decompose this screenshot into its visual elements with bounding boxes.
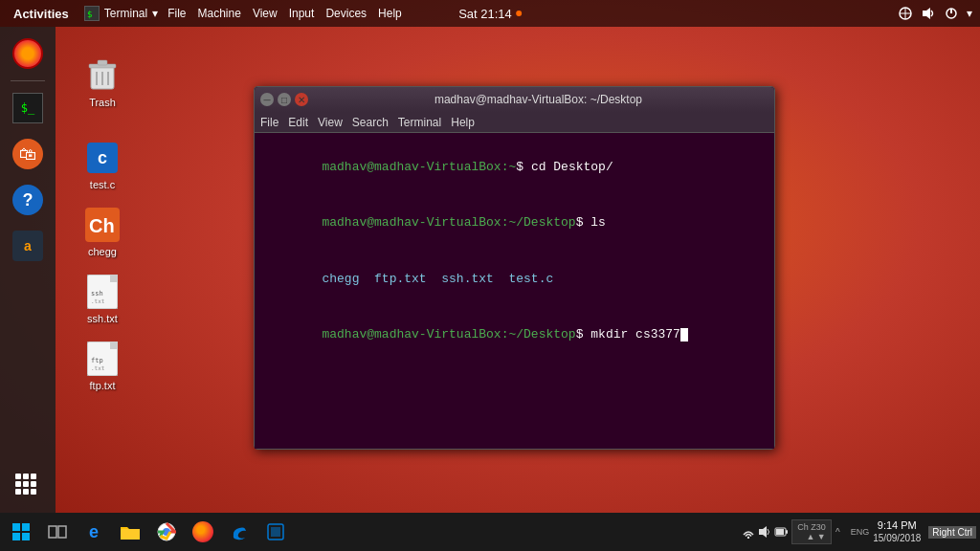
apps-grid-icon [12, 471, 43, 501]
tmenu-search[interactable]: Search [352, 116, 389, 129]
maximize-button[interactable]: □ [278, 93, 291, 106]
desktop-icon-ftp[interactable]: ftp .txt ftp.txt [69, 340, 136, 391]
appstore-icon: 🛍 [12, 139, 43, 169]
clock-date: 15/09/2018 [873, 533, 921, 544]
ssh-icon: ssh .txt [83, 273, 122, 311]
clock-time: 9:14 PM [878, 519, 917, 532]
svg-rect-27 [22, 523, 30, 531]
prompt-path-2: :~/Desktop [501, 215, 576, 230]
volume-taskbar-icon [758, 525, 771, 539]
tray-arrow-icon: ^ [835, 526, 847, 538]
svg-rect-10 [98, 60, 107, 65]
svg-text:ssh: ssh [91, 290, 103, 298]
notification-dot [516, 11, 522, 16]
terminal-body[interactable]: madhav@madhav-VirtualBox:~$ cd Desktop/ … [255, 133, 774, 449]
svg-rect-29 [22, 533, 30, 540]
clock-ch-cn: Ch Z30 [797, 522, 826, 532]
menu-file[interactable]: File [167, 7, 186, 20]
desktop-icon-chegg[interactable]: Ch chegg [69, 206, 136, 257]
menu-help[interactable]: Help [378, 7, 402, 20]
menu-devices[interactable]: Devices [325, 7, 367, 20]
start-button[interactable] [4, 515, 38, 549]
tmenu-view[interactable]: View [318, 116, 343, 129]
battery-icon [774, 525, 788, 539]
firefox-task-button[interactable] [186, 515, 220, 549]
taskbar: e [0, 513, 980, 551]
prompt-user-2: madhav@madhav-VirtualBox [322, 215, 501, 230]
terminal-line-4: madhav@madhav-VirtualBox:~/Desktop$ mkdi… [262, 307, 767, 364]
svg-text:^: ^ [835, 527, 840, 538]
menu-view[interactable]: View [253, 7, 278, 20]
menu-input[interactable]: Input [289, 7, 315, 20]
tmenu-terminal[interactable]: Terminal [398, 116, 441, 129]
svg-rect-23 [110, 342, 118, 349]
chrome-icon [157, 522, 176, 541]
topbar-left: Activities $ Terminal ▾ File Machine Vie… [8, 5, 402, 23]
task-view-button[interactable] [40, 515, 75, 549]
right-ctrl-label: Right Ctrl [928, 526, 976, 539]
folder-icon [120, 522, 141, 541]
cmd-3: mkdir cs3377 [590, 327, 680, 342]
launcher-help[interactable]: ? [7, 179, 49, 221]
cmd-1: cd Desktop/ [531, 160, 613, 174]
tray-icons: ^ [835, 526, 847, 538]
testc-icon: c [83, 139, 122, 177]
topbar: Activities $ Terminal ▾ File Machine Vie… [0, 0, 980, 27]
cursor [680, 328, 688, 342]
systray [742, 525, 788, 539]
clock-digits: ▲ ▼ [797, 532, 826, 541]
topbar-dropdown[interactable]: ▾ [967, 7, 972, 20]
terminal-line-1: madhav@madhav-VirtualBox:~$ cd Desktop/ [262, 139, 767, 195]
launcher-amazon[interactable]: a [7, 225, 49, 267]
launcher: $_ 🛍 ? a [0, 27, 56, 513]
svg-marker-38 [759, 526, 767, 538]
launcher-appstore[interactable]: 🛍 [7, 133, 49, 175]
explorer-button[interactable] [113, 515, 147, 549]
trash-icon [83, 56, 122, 95]
ie-button[interactable]: e [77, 515, 111, 549]
desktop-icon-trash[interactable]: Trash [69, 56, 136, 108]
edge-button[interactable] [222, 515, 256, 549]
desktop-icon-testc[interactable]: c test.c [69, 139, 136, 190]
lang-icon: ENG [851, 527, 870, 537]
svg-text:.txt: .txt [91, 298, 105, 304]
clock-display: Ch Z30 ▲ ▼ [797, 522, 826, 541]
launcher-terminal[interactable]: $_ [7, 87, 49, 129]
window-controls: ─ □ ✕ [260, 93, 308, 106]
tmenu-file[interactable]: File [260, 116, 278, 129]
launcher-firefox[interactable] [7, 33, 49, 75]
network-taskbar-icon [742, 525, 755, 539]
svg-rect-30 [49, 526, 56, 538]
svg-text:$: $ [87, 10, 92, 19]
tmenu-help[interactable]: Help [451, 116, 475, 129]
desktop-icon-ssh[interactable]: ssh .txt ssh.txt [69, 273, 136, 324]
prompt-user-1: madhav@madhav-VirtualBox [322, 160, 501, 174]
cmd-2: ls [590, 215, 606, 230]
terminal-title: madhav@madhav-VirtualBox: ~/Desktop [308, 93, 768, 106]
topbar-clock: Sat 21:14 [458, 7, 522, 21]
prompt-path-3: :~/Desktop [501, 327, 576, 342]
launcher-apps-grid[interactable] [7, 465, 49, 507]
close-button[interactable]: ✕ [295, 93, 308, 106]
launcher-separator [11, 80, 45, 81]
app-name-dropdown[interactable]: ▾ [152, 7, 158, 20]
prompt-dollar-3: $ [576, 327, 591, 342]
tmenu-edit[interactable]: Edit [288, 116, 308, 129]
prompt-user-3: madhav@madhav-VirtualBox [322, 327, 501, 342]
activities-button[interactable]: Activities [8, 5, 75, 23]
chrome-button[interactable] [149, 515, 184, 549]
edge-icon [230, 522, 249, 541]
trash-label: Trash [89, 97, 116, 108]
vbox-button[interactable] [258, 515, 293, 549]
minimize-button[interactable]: ─ [260, 93, 274, 106]
chegg-label: chegg [88, 246, 117, 257]
terminal-window: ─ □ ✕ madhav@madhav-VirtualBox: ~/Deskto… [254, 86, 775, 450]
svg-point-37 [747, 537, 749, 539]
testc-label: test.c [90, 179, 115, 190]
prompt-dollar-2: $ [576, 215, 591, 230]
terminal-titlebar[interactable]: ─ □ ✕ madhav@madhav-VirtualBox: ~/Deskto… [255, 87, 774, 112]
topbar-right: ▾ [898, 6, 972, 21]
prompt-dollar-1: $ [516, 160, 531, 174]
volume-icon [921, 6, 936, 21]
menu-machine[interactable]: Machine [198, 7, 241, 20]
